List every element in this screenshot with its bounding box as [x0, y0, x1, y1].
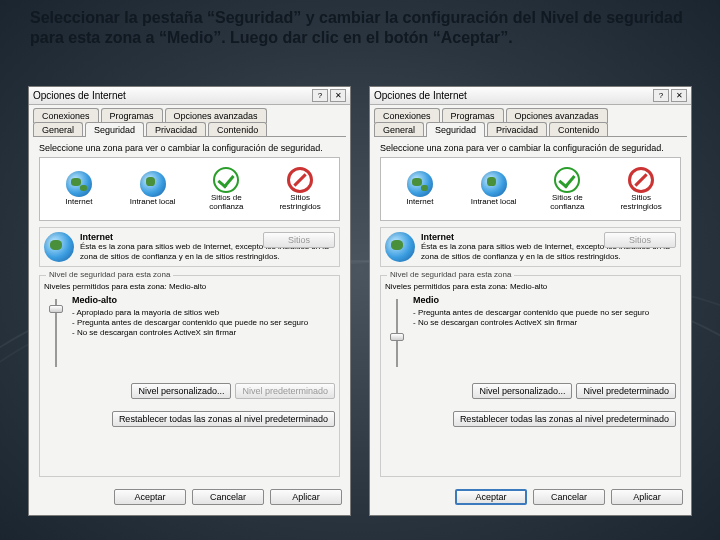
level-description: Medio-alto - Apropiado para la mayoría d…: [72, 295, 308, 338]
zone-label: Sitios de confianza: [196, 194, 256, 211]
group-legend: Nivel de seguridad para esta zona: [387, 270, 514, 279]
zone-trusted[interactable]: Sitios de confianza: [537, 167, 597, 211]
close-button[interactable]: ✕: [671, 89, 687, 102]
level-bullet: - Pregunta antes de descargar contenido …: [413, 308, 649, 318]
tab-privacidad[interactable]: Privacidad: [487, 122, 547, 137]
zone-label: Internet: [406, 198, 433, 206]
tab-programas[interactable]: Programas: [101, 108, 163, 123]
zone-name: Internet: [421, 232, 454, 242]
help-button[interactable]: ?: [312, 89, 328, 102]
tab-contenido[interactable]: Contenido: [549, 122, 608, 137]
globe-icon: [66, 171, 92, 197]
window-controls: ? ✕: [312, 89, 346, 102]
tab-row-2: General Seguridad Privacidad Contenido: [374, 122, 687, 136]
sites-button: Sitios: [263, 232, 335, 248]
apply-button[interactable]: Aplicar: [611, 489, 683, 505]
slider-thumb[interactable]: [49, 305, 63, 313]
window-title: Opciones de Internet: [33, 90, 312, 101]
zone-label: Sitios restringidos: [270, 194, 330, 211]
tab-row-1: Conexiones Programas Opciones avanzadas: [33, 108, 346, 122]
globe-icon: [44, 232, 74, 262]
level-title: Medio-alto: [72, 295, 308, 306]
help-button[interactable]: ?: [653, 89, 669, 102]
level-bullet: - Apropiado para la mayoría de sitios we…: [72, 308, 308, 318]
zone-internet[interactable]: Internet: [390, 171, 450, 206]
check-icon: [213, 167, 239, 193]
ok-button[interactable]: Aceptar: [455, 489, 527, 505]
level-title: Medio: [413, 295, 649, 306]
tab-seguridad[interactable]: Seguridad: [426, 122, 485, 137]
zone-internet[interactable]: Internet: [49, 171, 109, 206]
level-bullet: - No se descargan controles ActiveX sin …: [72, 328, 308, 338]
cancel-button[interactable]: Cancelar: [192, 489, 264, 505]
tab-opciones-avanzadas[interactable]: Opciones avanzadas: [506, 108, 608, 123]
tab-strip: Conexiones Programas Opciones avanzadas …: [370, 105, 691, 136]
zone-list[interactable]: Internet Intranet local Sitios de confia…: [39, 157, 340, 221]
level-description: Medio - Pregunta antes de descargar cont…: [413, 295, 649, 328]
level-bullet: - Pregunta antes de descargar contenido …: [72, 318, 308, 328]
zone-label: Internet: [65, 198, 92, 206]
zone-restricted[interactable]: Sitios restringidos: [270, 167, 330, 211]
window-title: Opciones de Internet: [374, 90, 653, 101]
ok-button[interactable]: Aceptar: [114, 489, 186, 505]
reset-row: Restablecer todas las zonas al nivel pre…: [44, 405, 335, 427]
zone-trusted[interactable]: Sitios de confianza: [196, 167, 256, 211]
group-legend: Nivel de seguridad para esta zona: [46, 270, 173, 279]
slider-thumb[interactable]: [390, 333, 404, 341]
level-bullet: - No se descargan controles ActiveX sin …: [413, 318, 649, 328]
tab-programas[interactable]: Programas: [442, 108, 504, 123]
zone-list[interactable]: Internet Intranet local Sitios de confia…: [380, 157, 681, 221]
security-slider[interactable]: [48, 295, 64, 371]
tab-contenido[interactable]: Contenido: [208, 122, 267, 137]
globe-icon: [481, 171, 507, 197]
tab-privacidad[interactable]: Privacidad: [146, 122, 206, 137]
default-level-button: Nivel predeterminado: [235, 383, 335, 399]
dialog-footer: Aceptar Cancelar Aplicar: [370, 481, 691, 515]
internet-options-dialog-before: Opciones de Internet ? ✕ Conexiones Prog…: [28, 86, 351, 516]
zone-hint: Seleccione una zona para ver o cambiar l…: [380, 143, 681, 153]
close-button[interactable]: ✕: [330, 89, 346, 102]
zone-intranet[interactable]: Intranet local: [123, 171, 183, 206]
security-slider[interactable]: [389, 295, 405, 371]
reset-zones-button[interactable]: Restablecer todas las zonas al nivel pre…: [112, 411, 335, 427]
zone-restricted[interactable]: Sitios restringidos: [611, 167, 671, 211]
security-panel: Seleccione una zona para ver o cambiar l…: [374, 136, 687, 481]
zone-name: Internet: [80, 232, 113, 242]
tab-general[interactable]: General: [33, 122, 83, 137]
default-level-button[interactable]: Nivel predeterminado: [576, 383, 676, 399]
zone-label: Sitios de confianza: [537, 194, 597, 211]
tab-strip: Conexiones Programas Opciones avanzadas …: [29, 105, 350, 136]
zone-label: Sitios restringidos: [611, 194, 671, 211]
custom-level-button[interactable]: Nivel personalizado...: [131, 383, 231, 399]
globe-icon: [385, 232, 415, 262]
custom-level-button[interactable]: Nivel personalizado...: [472, 383, 572, 399]
zone-intranet[interactable]: Intranet local: [464, 171, 524, 206]
zone-hint: Seleccione una zona para ver o cambiar l…: [39, 143, 340, 153]
sites-button: Sitios: [604, 232, 676, 248]
slider-row: Medio-alto - Apropiado para la mayoría d…: [44, 295, 335, 371]
tab-opciones-avanzadas[interactable]: Opciones avanzadas: [165, 108, 267, 123]
tab-seguridad[interactable]: Seguridad: [85, 122, 144, 137]
forbid-icon: [287, 167, 313, 193]
level-button-row: Nivel personalizado... Nivel predetermin…: [385, 377, 676, 399]
level-button-row: Nivel personalizado... Nivel predetermin…: [44, 377, 335, 399]
apply-button[interactable]: Aplicar: [270, 489, 342, 505]
dialog-footer: Aceptar Cancelar Aplicar: [29, 481, 350, 515]
security-level-group: Nivel de seguridad para esta zona Nivele…: [380, 275, 681, 477]
globe-icon: [407, 171, 433, 197]
globe-icon: [140, 171, 166, 197]
tab-row-2: General Seguridad Privacidad Contenido: [33, 122, 346, 136]
tab-conexiones[interactable]: Conexiones: [374, 108, 440, 123]
internet-options-dialog-after: Opciones de Internet ? ✕ Conexiones Prog…: [369, 86, 692, 516]
tab-conexiones[interactable]: Conexiones: [33, 108, 99, 123]
instruction-text: Seleccionar la pestaña “Seguridad” y cam…: [30, 8, 690, 48]
security-level-group: Nivel de seguridad para esta zona Nivele…: [39, 275, 340, 477]
slider-row: Medio - Pregunta antes de descargar cont…: [385, 295, 676, 371]
reset-row: Restablecer todas las zonas al nivel pre…: [385, 405, 676, 427]
allowed-levels: Niveles permitidos para esta zona: Medio…: [385, 282, 676, 291]
reset-zones-button[interactable]: Restablecer todas las zonas al nivel pre…: [453, 411, 676, 427]
zone-label: Intranet local: [471, 198, 517, 206]
zone-label: Intranet local: [130, 198, 176, 206]
cancel-button[interactable]: Cancelar: [533, 489, 605, 505]
tab-general[interactable]: General: [374, 122, 424, 137]
